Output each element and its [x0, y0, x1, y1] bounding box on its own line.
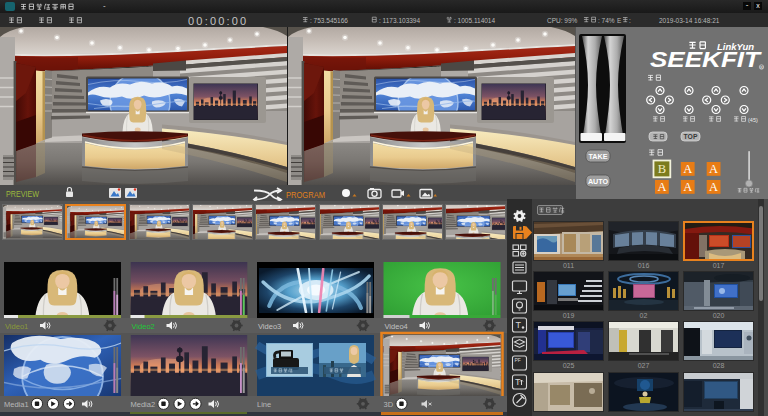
svg-text:T: T [515, 377, 521, 387]
svg-text:3D: 3D [384, 400, 394, 409]
svg-text:A: A [657, 180, 666, 194]
svg-text:PROGRAM: PROGRAM [286, 189, 325, 200]
svg-text:Video2: Video2 [132, 322, 155, 331]
svg-text:Video1: Video1 [5, 322, 28, 331]
svg-text:PREVIEW: PREVIEW [6, 188, 39, 199]
svg-text:TOP: TOP [684, 133, 698, 140]
svg-text:Video4: Video4 [385, 322, 408, 331]
svg-text:A: A [683, 180, 692, 194]
svg-text:AUTO: AUTO [588, 177, 609, 186]
svg-text:Media2: Media2 [131, 400, 156, 409]
svg-text:TAKE: TAKE [588, 152, 607, 161]
svg-text:Media1: Media1 [4, 400, 29, 409]
svg-text:(45): (45) [748, 117, 758, 123]
svg-text:Line: Line [257, 400, 271, 409]
svg-text:SEEKFIT: SEEKFIT [650, 47, 762, 72]
svg-text:PF: PF [515, 357, 521, 363]
svg-text:B: B [658, 162, 666, 176]
svg-text:R: R [760, 66, 763, 70]
svg-text:A: A [709, 180, 718, 194]
svg-text:A: A [683, 162, 692, 176]
svg-text:A: A [709, 162, 718, 176]
svg-text:T: T [516, 320, 522, 330]
svg-text:Video3: Video3 [258, 322, 281, 331]
